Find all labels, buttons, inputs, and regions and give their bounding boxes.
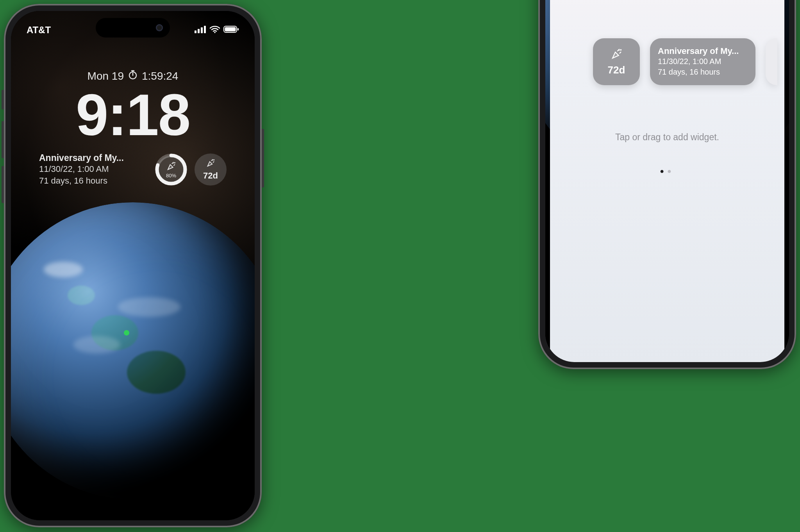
gallery-small-label: 72d [608, 64, 625, 76]
widget-gallery[interactable]: 72d Anniversary of My... 11/30/22, 1:00 … [550, 30, 784, 93]
confetti-icon [205, 158, 216, 170]
gallery-small-widget[interactable]: 72d [593, 38, 640, 85]
svg-line-16 [174, 164, 175, 165]
svg-point-37 [620, 49, 621, 50]
gallery-rect-widget[interactable]: Anniversary of My... 11/30/22, 1:00 AM 7… [650, 38, 755, 85]
earth-wallpaper [11, 202, 255, 499]
sheet-instruction: Tap or drag to add widget. [550, 132, 784, 143]
gallery-rect-title: Anniversary of My... [658, 46, 748, 56]
svg-point-18 [175, 162, 175, 162]
stopwatch-icon [128, 70, 138, 82]
lockscreen-clock: 9:18 [11, 86, 255, 144]
svg-line-35 [620, 52, 621, 53]
svg-rect-1 [198, 29, 200, 33]
svg-line-15 [172, 162, 173, 163]
widget-picker-sheet: Countdowns Countdowns View your latest c… [550, 0, 784, 362]
countdown-circle-widget[interactable]: 72d [195, 154, 227, 186]
svg-rect-2 [201, 27, 203, 33]
svg-rect-0 [195, 30, 196, 33]
cellular-icon [195, 25, 206, 36]
svg-line-34 [618, 50, 619, 51]
page-indicator[interactable]: ●● [550, 167, 784, 175]
svg-line-19 [211, 160, 212, 161]
confetti-icon [166, 161, 177, 172]
circle-days-label: 72d [203, 171, 218, 181]
countdown-remaining: 71 days, 16 hours [39, 175, 148, 187]
svg-rect-3 [204, 26, 206, 33]
phone-widget-picker: 11/30/22, 1:00 AM 71 days, 16 hours 80% [538, 0, 796, 369]
dynamic-island [96, 18, 170, 37]
countdown-title: Anniversary of My... [39, 153, 148, 163]
svg-point-22 [214, 160, 214, 160]
gallery-rect-datetime: 11/30/22, 1:00 AM [658, 56, 748, 67]
lockscreen-countdown: 1:59:24 [142, 70, 178, 82]
lockscreen-date-line: Mon 19 1:59:24 [11, 70, 255, 82]
lockscreen-date: Mon 19 [88, 70, 124, 82]
svg-line-20 [213, 162, 214, 162]
carrier-label: AT&T [27, 25, 51, 36]
ring-percent-label: 80% [166, 173, 176, 179]
countdown-datetime: 11/30/22, 1:00 AM [39, 163, 148, 175]
svg-rect-6 [225, 27, 236, 32]
phone-lockscreen: AT&T Mon 19 1:59:24 [4, 4, 262, 527]
gallery-next-peek[interactable] [766, 38, 777, 85]
gallery-rect-remaining: 71 days, 16 hours [658, 67, 748, 77]
svg-point-4 [214, 32, 216, 33]
countdown-ring-widget[interactable]: 80% [155, 153, 188, 186]
svg-rect-7 [238, 28, 239, 30]
countdown-rect-widget[interactable]: Anniversary of My... 11/30/22, 1:00 AM 7… [39, 153, 148, 186]
battery-icon [223, 25, 239, 36]
wifi-icon [209, 25, 220, 36]
confetti-icon [610, 48, 623, 62]
